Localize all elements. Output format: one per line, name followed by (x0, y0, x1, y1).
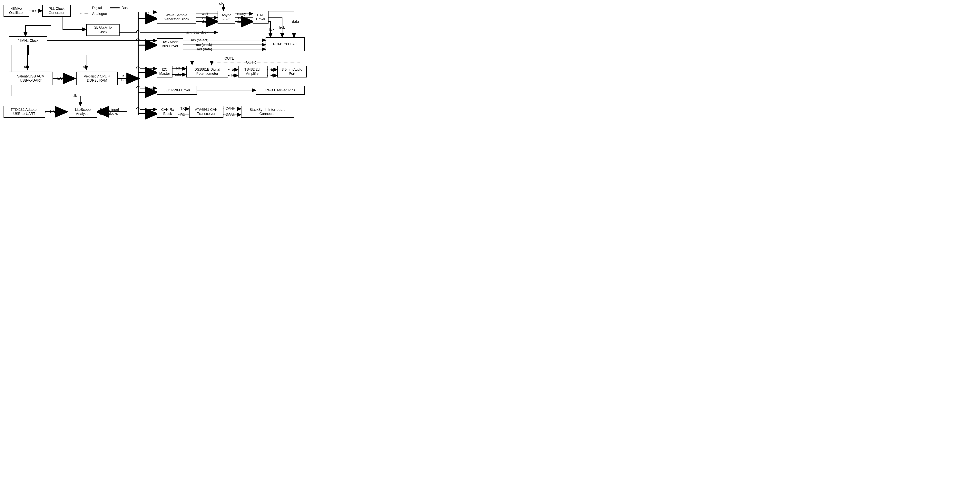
block-i2c: I2CMaster (157, 66, 172, 78)
lbl-tx: TX (180, 107, 185, 111)
lbl-data-pcm: data (292, 20, 299, 24)
block-ftdi232: FTDI232 AdapterUSB-to-UART (3, 106, 45, 118)
lbl-ds-L: L (232, 67, 234, 72)
text: PLL ClockGenerator (49, 7, 65, 15)
text: PCM1780 DAC (273, 42, 297, 46)
text: FTDI232 AdapterUSB-to-UART (11, 108, 38, 116)
lbl-valid: valid (202, 16, 209, 20)
block-pll: PLL ClockGenerator (42, 5, 71, 17)
lbl-wait: wait (202, 12, 208, 16)
text: DAC ModeBus Driver (161, 40, 178, 48)
text: DS1881E DigitalPotentiometer (194, 67, 220, 76)
lbl-csrbus: CSRBus (121, 74, 128, 82)
lbl-lrck: lrck (279, 26, 285, 30)
lbl-clk-can: clk (145, 107, 150, 112)
block-audiojack: 3.5mm AudioPort (277, 66, 307, 78)
lbl-canl: CANL (226, 113, 235, 117)
ms-suffix: (select) (196, 38, 208, 42)
block-osc48: 48MHzOscillator (3, 5, 29, 17)
block-ts482: TS482 2chAmplifier (238, 66, 267, 78)
text: AsyncFIFO (221, 13, 231, 21)
lbl-clk-vex: clk (83, 65, 88, 69)
legend-digital: Digital (92, 6, 102, 10)
text: VexRiscV CPU +DDR3L RAM (84, 74, 110, 83)
text: RGB User-led Pins (266, 88, 295, 92)
lbl-clk-dacmode: clk (145, 39, 150, 43)
block-litescope: LiteScopeAnalyzer (68, 106, 97, 118)
text: 3.5mm AudioPort (282, 67, 302, 76)
lbl-uart-valenty: UART (57, 77, 67, 81)
lbl-scl: scl (175, 66, 180, 70)
lbl-outl: OUTL (224, 56, 234, 61)
lbl-bck: bck (269, 27, 274, 32)
lbl-md: md (data) (197, 47, 212, 51)
lbl-ts-L: L (271, 67, 273, 72)
text: TS482 2chAmplifier (244, 67, 261, 76)
block-dacmode: DAC ModeBus Driver (157, 38, 183, 50)
block-clk48: 48MHz Clock (9, 36, 47, 45)
block-dacdriver: DACDriver (253, 11, 269, 24)
lbl-clk-i2c: clk (145, 67, 150, 71)
block-asyncfifo: AsyncFIFO (218, 11, 235, 24)
lbl-clk-valenty: clk (24, 65, 29, 69)
block-clk36: 36.864MHzClock (86, 24, 119, 36)
lbl-mc: mc (clock) (196, 43, 212, 47)
text: StackSynth Inter-boardConnector (250, 108, 286, 116)
text: 48MHz Clock (18, 39, 38, 43)
lbl-canh: CANH (225, 107, 235, 111)
block-vexriscv: VexRiscV CPU +DDR3L RAM (76, 72, 118, 85)
legend-analogue: Analogue (92, 12, 107, 16)
text: DACDriver (256, 13, 266, 21)
text: ValentyUSB ACMUSB-to-UART (17, 74, 45, 83)
block-ds1881: DS1881E DigitalPotentiometer (186, 66, 228, 78)
block-stacksynth: StackSynth Inter-boardConnector (241, 106, 294, 118)
lbl-uart-ftdi: UART (50, 110, 60, 114)
lbl-data-fifo: data (202, 20, 209, 24)
lbl-req: req (238, 16, 243, 20)
text: I2CMaster (159, 67, 170, 76)
text: CAN RxBlock (161, 108, 174, 116)
text: LED PWM Driver (164, 88, 190, 92)
text: ATA6561 CANTransceiver (195, 108, 218, 116)
text: 36.864MHzClock (94, 26, 112, 34)
block-ata6561: ATA6561 CANTransceiver (189, 106, 223, 118)
lbl-data-dac: data (237, 20, 244, 24)
block-pcm1780: PCM1780 DAC (266, 37, 305, 51)
text: LiteScopeAnalyzer (75, 108, 91, 116)
lbl-clk-wavegen: clk (145, 11, 150, 15)
block-rgbpins: RGB User-led Pins (256, 86, 305, 95)
ms-text: ms (191, 38, 196, 42)
lbl-sda: sda (175, 73, 181, 77)
block-canrx: CAN RxBlock (157, 106, 178, 118)
block-ledpwm: LED PWM Driver (157, 86, 197, 95)
text: 48MHzOscillator (9, 7, 24, 15)
legend-bus: Bus (121, 6, 127, 10)
lbl-sck: sck (dac clock) (186, 30, 210, 35)
lbl-clk-litescope: clk (73, 94, 77, 98)
lbl-outr: OUTR (246, 61, 256, 65)
lbl-ts-R: R (270, 73, 273, 78)
lbl-clk-osc-pll: clk (32, 9, 36, 13)
lbl-rx: RX (180, 113, 185, 117)
lbl-clk-asyncfifo: clk (219, 2, 223, 6)
lbl-ms: ms (select) (191, 38, 208, 42)
lbl-ds-R: R (231, 73, 234, 78)
text: Wave SampleGenerator Block (164, 13, 189, 21)
lbl-debug: Debug inputfrom blocks (100, 107, 119, 116)
block-wavegen: Wave SampleGenerator Block (157, 11, 196, 24)
lbl-ready: ready (237, 12, 246, 16)
lbl-clk-ledpwm: clk (145, 86, 150, 91)
block-valentyusb: ValentyUSB ACMUSB-to-UART (9, 72, 53, 85)
